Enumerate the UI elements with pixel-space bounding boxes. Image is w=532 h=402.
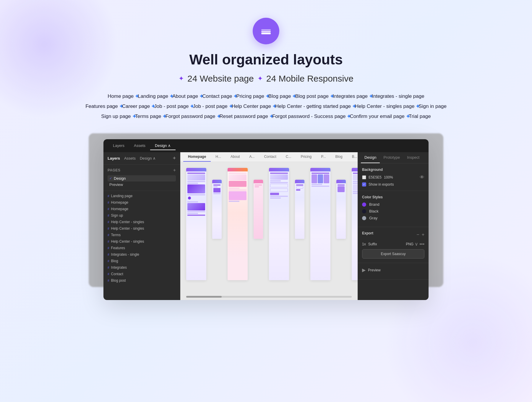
svg-rect-1 <box>261 31 271 33</box>
page-name: Forgot password - Success page <box>272 114 346 119</box>
frame-pricing <box>310 168 330 280</box>
page-item-help-started: Help Center - getting started page <box>275 103 351 109</box>
layer-name: Help Center - singles <box>111 220 144 224</box>
page-name: Confirm your email page <box>350 114 404 119</box>
add-page-button[interactable]: + <box>173 155 176 161</box>
page-name: Trial page <box>409 114 431 119</box>
page-design[interactable]: ✓ Design <box>108 175 176 181</box>
canvas-tab-pricing[interactable]: Pricing <box>296 152 316 162</box>
layer-name: Terms <box>111 233 121 237</box>
plus-19: ✦ <box>269 113 271 120</box>
layer-terms[interactable]: # Terms <box>103 232 180 238</box>
page-name: Job - post page <box>193 103 227 109</box>
frame-about <box>228 168 248 280</box>
website-count: 24 Website page <box>187 74 254 84</box>
figma-tab-layers[interactable]: Layers <box>108 142 129 150</box>
show-exports-checkbox[interactable]: ✓ Show in exports <box>362 182 424 187</box>
svg-rect-0 <box>261 29 271 31</box>
canvas-tab-h[interactable]: H... <box>211 152 226 162</box>
assets-tab[interactable]: Assets <box>124 156 136 161</box>
export-minus[interactable]: − <box>416 232 419 237</box>
plus-8: ✦ <box>369 93 371 100</box>
page-name: Home page <box>108 93 134 99</box>
page-name: Blog post page <box>295 93 328 99</box>
export-more-icon[interactable]: ••• <box>419 241 424 247</box>
bg-color-swatch[interactable] <box>362 175 366 179</box>
plus-2: ✦ <box>169 93 171 100</box>
layer-help-singles-1[interactable]: # Help Center - singles <box>103 219 180 225</box>
canvas-tab-homepage[interactable]: Homepage <box>183 152 211 162</box>
canvas-content <box>180 162 358 298</box>
pages-row-3: Sign up page ✦ Terms page ✦ Forgot passw… <box>71 113 461 120</box>
figma-body: Layers Assets Design ∧ + Pages + ✓ Desig… <box>103 152 429 300</box>
page-preview[interactable]: Preview <box>108 181 176 188</box>
bg-eye-icon[interactable]: 👁 <box>420 175 424 180</box>
page-item-forgot-success: Forgot password - Success page <box>272 114 346 119</box>
export-plus[interactable]: + <box>422 232 424 237</box>
figma-tab-design[interactable]: Design ∧ <box>150 142 176 150</box>
brand-color-name: Brand <box>369 202 379 207</box>
canvas-scrollbar[interactable] <box>186 296 352 298</box>
export-format-chevron[interactable]: ∨ <box>415 241 418 247</box>
layer-help-singles-2[interactable]: # Help Center - singles <box>103 225 180 232</box>
layer-features[interactable]: # Features <box>103 245 180 251</box>
inspect-tab-right[interactable]: Inspect <box>403 152 423 163</box>
export-options-row: 1x Suffix PNG ∨ ••• <box>362 241 424 247</box>
page-name: Reset password page <box>220 114 268 119</box>
prototype-tab-right[interactable]: Prototype <box>380 152 403 163</box>
pages-row-2: Features page ✦ Career page ✦ Job - post… <box>71 103 461 110</box>
layers-tab[interactable]: Layers <box>108 156 120 161</box>
canvas-tab-p[interactable]: P... <box>316 152 330 162</box>
page-design-label: Design <box>114 176 126 181</box>
layer-integrates-single[interactable]: # Integrates - single <box>103 251 180 258</box>
canvas-scrollbar-thumb[interactable] <box>186 296 222 298</box>
plus-13: ✦ <box>272 103 274 110</box>
canvas-tab-contact[interactable]: Contact <box>259 152 281 162</box>
color-style-brand: Brand <box>362 202 424 207</box>
canvas-tab-c[interactable]: C... <box>281 152 296 162</box>
layer-name: Contact <box>111 272 123 276</box>
layer-homepage-1[interactable]: # Homepage <box>103 199 180 206</box>
layer-help-singles-3[interactable]: # Help Center - singles <box>103 238 180 245</box>
page-name: Job - post page <box>154 103 189 109</box>
layer-blog[interactable]: # Blog <box>103 258 180 264</box>
add-page-plus[interactable]: + <box>173 168 176 173</box>
page-item-signup: Sign up page <box>101 114 131 119</box>
layer-name: Blog <box>111 259 118 263</box>
pages-list: Home page ✦ Landing page ✦ About page ✦ … <box>59 93 473 121</box>
plus-1: ✦ <box>135 93 137 100</box>
gray-color-swatch[interactable] <box>362 216 366 220</box>
page-item-career: Career page <box>122 103 150 109</box>
preview-row: ▶ Preview <box>362 267 424 273</box>
figma-right-panel: Design Prototype Inspect Background E5E5… <box>358 152 429 300</box>
figma-tab-assets[interactable]: Assets <box>129 142 150 150</box>
layer-blogpost[interactable]: # Blog post <box>103 277 180 284</box>
layer-homepage-2[interactable]: # Homepage <box>103 206 180 212</box>
export-button[interactable]: Export Saascuy <box>362 249 424 259</box>
preview-chevron[interactable]: ▶ <box>362 267 366 273</box>
plus-12: ✦ <box>229 103 231 110</box>
page-name: Forgot password page <box>165 114 215 119</box>
hash-icon: # <box>108 266 109 269</box>
black-color-swatch[interactable] <box>362 209 366 213</box>
design-tab-right[interactable]: Design <box>361 152 380 163</box>
design-tab[interactable]: Design ∧ <box>140 156 156 161</box>
layer-signup[interactable]: # Sign up <box>103 212 180 219</box>
figma-topbar: Layers Assets Design ∧ <box>103 139 429 152</box>
bg-color-value: E5E5E5 <box>369 175 382 179</box>
layer-integrates[interactable]: # Integrates <box>103 264 180 271</box>
background-label: Background <box>362 168 424 172</box>
canvas-tab-b[interactable]: B... <box>347 152 358 162</box>
layer-name: Blog post <box>111 278 126 283</box>
color-styles-section: Color Styles Brand Black Gray <box>358 191 429 227</box>
page-item-job-post: Job - post page <box>154 103 189 109</box>
layer-landing-page[interactable]: # Landing page <box>103 193 180 199</box>
bg-opacity-value: 100% <box>384 175 393 179</box>
canvas-tab-blog[interactable]: Blog <box>331 152 347 162</box>
pages-section-header: Pages + <box>108 168 176 173</box>
layer-contact[interactable]: # Contact <box>103 271 180 277</box>
hero-section: Well organized layouts ✦ 24 Website page… <box>0 0 532 133</box>
canvas-tab-a[interactable]: A... <box>244 152 259 162</box>
canvas-tab-about[interactable]: About <box>226 152 244 162</box>
brand-color-swatch[interactable] <box>362 202 366 207</box>
